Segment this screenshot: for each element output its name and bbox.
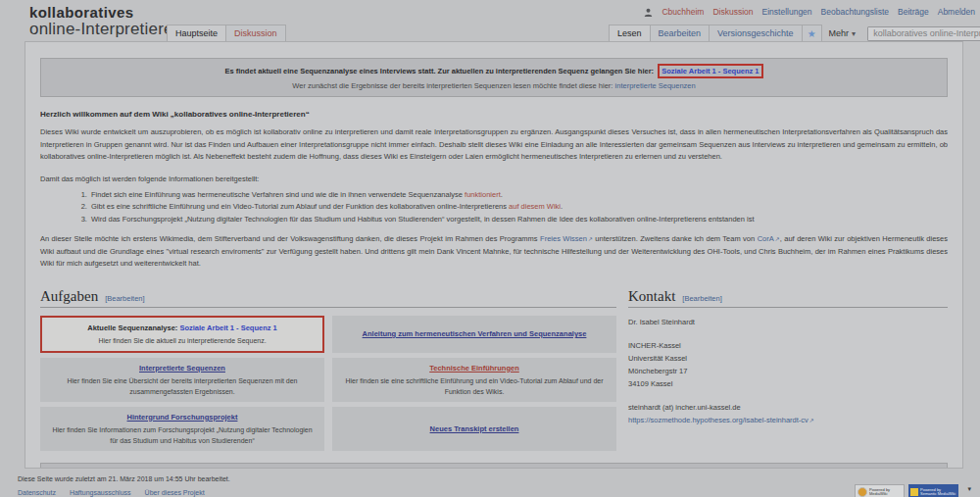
feedback-message-link[interactable]: Schreiben Sie uns eine Nachricht. — [552, 468, 670, 470]
settings-link[interactable]: Einstellungen — [762, 7, 812, 17]
task-box-anleitung: Anleitung zum hermeneutischen Verfahren … — [332, 316, 616, 353]
more-menu[interactable]: Mehr — [822, 25, 863, 42]
page-tabs-right: Lesen Bearbeiten Versionsgeschichte Mehr — [609, 25, 980, 42]
highlight-box: Soziale Arbeit 1 - Sequenz 1 — [658, 64, 762, 78]
list-intro: Damit das möglich ist werden folgende In… — [40, 174, 948, 185]
current-sequence-link[interactable]: Soziale Arbeit 1 - Sequenz 1 — [662, 67, 759, 75]
aufgaben-edit-link[interactable]: [Bearbeiten] — [105, 294, 144, 303]
freies-wissen-link[interactable]: Freies Wissen — [540, 234, 587, 243]
footer-badges: Powered by MediaWiki Powered by Semantic… — [855, 484, 958, 497]
task-box4-desc: Hier finden sie eine schriftliche Einfüh… — [341, 375, 608, 397]
task-box-interpretierte-sequenzen: Interpretierte Sequenzen Hier finden Sie… — [40, 358, 324, 402]
haftungsausschluss-link[interactable]: Haftungsausschluss — [70, 489, 131, 496]
contact-website-link[interactable]: https://sozmethode.hypotheses.org/isabel… — [628, 416, 808, 424]
site-logo-line1: kollaboratives — [29, 5, 182, 21]
last-edited-text: Diese Seite wurde zuletzt am 21. März 20… — [18, 475, 230, 482]
wiki-page: kollaboratives online-Interpretieren Cbu… — [0, 0, 980, 497]
tab-diskussion[interactable]: Diskussion — [226, 25, 286, 42]
list-item-text: Gibt es eine schriftliche Einführung und… — [91, 202, 509, 211]
hintergrund-link[interactable]: Hintergrund Forschungsprojekt — [49, 412, 316, 422]
star-icon — [808, 28, 816, 39]
semantic-mediawiki-badge-label: Powered by Semantic MediaWiki — [920, 488, 956, 497]
tab-bearbeiten[interactable]: Bearbeiten — [651, 25, 710, 42]
task-box-aktuelle-sequenzanalyse: Aktuelle Sequenzanalyse: Soziale Arbeit … — [40, 316, 324, 353]
cora-link[interactable]: CorA — [758, 234, 774, 243]
personal-bar: Cbuchheim Diskussion Einstellungen Beoba… — [644, 7, 975, 17]
task-grid: Aktuelle Sequenzanalyse: Soziale Arbeit … — [40, 316, 616, 451]
task-box1-sequence-link[interactable]: Soziale Arbeit 1 - Sequenz 1 — [179, 323, 276, 332]
task-box1-desc: Hier finden Sie die aktuell zu interpret… — [51, 335, 314, 346]
feedback-notice: Sie haben Verbesserungsvorschläge oder e… — [40, 463, 948, 470]
contact-org: INCHER-Kassel — [628, 339, 948, 352]
tab-lesen[interactable]: Lesen — [609, 25, 651, 42]
list-item-text: Wird das Forschungsprojekt „Nutzung digi… — [91, 215, 755, 224]
user-page-link[interactable]: Cbuchheim — [662, 7, 704, 17]
list-item-text: Findet sich eine Einführung was hermeneu… — [91, 190, 465, 199]
intro-paragraph: Dieses Wiki wurde entwickelt um auszupro… — [40, 126, 948, 164]
list-item-suffix: . — [561, 202, 563, 211]
user-talk-link[interactable]: Diskussion — [712, 7, 753, 17]
datenschutz-link[interactable]: Datenschutz — [18, 489, 56, 496]
watch-star-tab[interactable] — [803, 25, 822, 42]
contributions-link[interactable]: Beiträge — [898, 7, 929, 17]
interpreted-sequences-link[interactable]: interpretierte Sequenzen — [615, 81, 696, 90]
auf-diesem-wiki-link[interactable]: auf diesem Wiki — [509, 202, 561, 211]
current-analysis-notice: Es findet aktuell eine Sequenzanalyse ei… — [40, 58, 948, 97]
mediawiki-badge-label: Powered by MediaWiki — [869, 488, 902, 497]
search-box — [867, 25, 980, 42]
neues-transkript-link[interactable]: Neues Transkipt erstellen — [341, 423, 608, 434]
caret-icon: ▾ — [967, 485, 971, 493]
tab-hauptseite[interactable]: Hauptseite — [167, 25, 226, 42]
contact-university: Universität Kassel — [628, 352, 948, 365]
site-logo[interactable]: kollaboratives online-Interpretieren — [29, 5, 182, 38]
semantic-mediawiki-logo-icon — [910, 488, 918, 496]
info-list: Findet sich eine Einführung was hermeneu… — [40, 189, 948, 226]
logout-link[interactable]: Abmelden — [938, 7, 975, 17]
task-box-neues-transkript: Neues Transkipt erstellen — [332, 407, 616, 451]
kontakt-edit-link[interactable]: [Bearbeiten] — [682, 294, 721, 303]
technische-einfuehrungen-link[interactable]: Technische Einführungen — [341, 363, 608, 373]
caret-down-icon — [852, 28, 856, 38]
mediawiki-badge[interactable]: Powered by MediaWiki — [855, 484, 905, 497]
watchlist-link[interactable]: Beobachtungsliste — [821, 7, 889, 17]
thanks-text: An dieser Stelle möchte ich erstens Wiki… — [40, 234, 540, 243]
welcome-heading: Herzlich willkommen auf dem Wiki „kollab… — [40, 110, 948, 119]
list-item: Gibt es eine schriftliche Einführung und… — [89, 201, 948, 214]
task-box-hintergrund: Hintergrund Forschungsprojekt Hier finde… — [40, 407, 324, 451]
page-tabs-left: Hauptseite Diskussion — [167, 25, 286, 42]
funktioniert-link[interactable]: funktioniert — [465, 190, 501, 199]
kontakt-heading: Kontakt — [628, 288, 675, 305]
site-logo-line2: online-Interpretieren — [29, 21, 182, 38]
contact-street: Mönchebergstr 17 — [628, 365, 948, 377]
ueber-dieses-projekt-link[interactable]: Über dieses Projekt — [145, 489, 205, 496]
list-item-suffix: . — [501, 190, 503, 199]
contact-email: steinhardt (at) incher.uni-kassel.de — [628, 401, 948, 414]
kontakt-column: Kontakt [Bearbeiten] Dr. Isabel Steinhar… — [628, 288, 948, 451]
thanks-text: unterstützen. Zweitens danke ich dem Tea… — [593, 234, 758, 243]
search-input[interactable] — [867, 26, 980, 41]
aufgaben-column: Aufgaben [Bearbeiten] Aktuelle Sequenzan… — [40, 288, 616, 451]
task-box3-desc: Hier finden Sie eine Übersicht der berei… — [49, 375, 316, 397]
more-menu-label: Mehr — [829, 28, 850, 38]
tab-versionsgeschichte[interactable]: Versionsgeschichte — [710, 25, 803, 42]
user-icon — [644, 8, 653, 17]
footer-links: Datenschutz Haftungsausschluss Über dies… — [18, 489, 205, 496]
feedback-text: Sie haben Verbesserungsvorschläge oder e… — [318, 468, 552, 470]
contact-name: Dr. Isabel Steinhardt — [628, 316, 948, 328]
thanks-paragraph: An dieser Stelle möchte ich erstens Wiki… — [40, 233, 948, 271]
list-item: Findet sich eine Einführung was hermeneu… — [89, 189, 948, 202]
interpretierte-sequenzen-link[interactable]: Interpretierte Sequenzen — [49, 363, 316, 373]
notice-line2-text: Wer zunächst die Ergebnisse der bereits … — [292, 81, 612, 90]
external-link-icon — [808, 416, 814, 424]
anleitung-link[interactable]: Anleitung zum hermeneutischen Verfahren … — [341, 328, 608, 339]
task-box5-desc: Hier finden Sie Informationen zum Forsch… — [49, 424, 316, 446]
notice-line1-text: Es findet aktuell eine Sequenzanalyse ei… — [224, 67, 654, 75]
contact-city: 34109 Kassel — [628, 377, 948, 390]
aufgaben-heading-row: Aufgaben [Bearbeiten] — [40, 288, 616, 308]
content-area: Es findet aktuell eine Sequenzanalyse ei… — [24, 41, 963, 469]
kontakt-heading-row: Kontakt [Bearbeiten] — [628, 288, 948, 308]
aufgaben-heading: Aufgaben — [40, 288, 98, 305]
two-column-section: Aufgaben [Bearbeiten] Aktuelle Sequenzan… — [40, 288, 948, 451]
semantic-mediawiki-badge[interactable]: Powered by Semantic MediaWiki — [908, 484, 958, 497]
task-box1-label: Aktuelle Sequenzanalyse: — [87, 323, 177, 332]
